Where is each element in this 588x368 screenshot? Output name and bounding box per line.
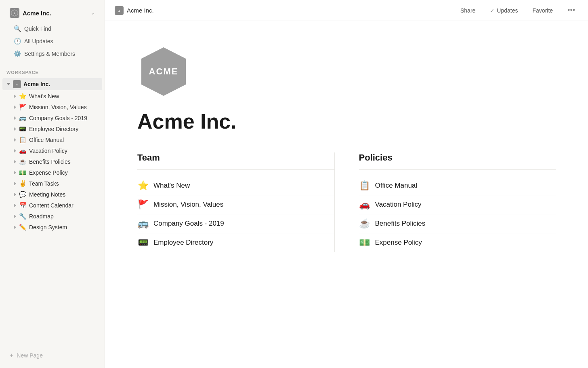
team-link-item-1[interactable]: 🚩 Mission, Vision, Values [137, 195, 334, 214]
tree-item-label-11: Roadmap [29, 213, 99, 220]
policy-items-list: 📋 Office Manual 🚗 Vacation Policy ☕ Bene… [359, 176, 556, 252]
team-column: Team ⭐ What's New 🚩 Mission, Vision, Val… [137, 152, 334, 252]
collapse-icon [6, 83, 10, 85]
sidebar-tree-item-12[interactable]: ✏️ Design System [2, 222, 102, 233]
updates-button[interactable]: ✓ Updates [487, 6, 521, 15]
topbar-title-area: A Acme Inc. [115, 6, 457, 15]
policy-link-item-1[interactable]: 🚗 Vacation Policy [359, 195, 556, 214]
sidebar-footer: + New Page [0, 346, 105, 368]
policy-link-emoji-3: 💵 [359, 237, 370, 248]
policy-link-label-0: Office Manual [375, 182, 418, 190]
sidebar-tree-item-11[interactable]: 🔧 Roadmap [2, 211, 102, 222]
policy-link-emoji-1: 🚗 [359, 199, 370, 210]
workspace-logo: A [10, 8, 19, 18]
policies-column-title: Policies [359, 152, 556, 163]
team-link-label-1: Mission, Vision, Values [153, 201, 223, 209]
quick-find-label: Quick Find [24, 25, 51, 32]
new-page-button[interactable]: + New Page [6, 349, 99, 362]
sidebar-tree-item-8[interactable]: ✌️ Team Tasks [2, 178, 102, 189]
team-divider [137, 169, 334, 170]
tree-item-emoji-4: 📋 [19, 136, 27, 144]
tree-item-label-3: Employee Directory [29, 126, 99, 132]
tree-item-arrow-9 [14, 192, 16, 197]
sidebar-tree-item-2[interactable]: 🚌 Company Goals - 2019 [2, 113, 102, 123]
policy-link-item-0[interactable]: 📋 Office Manual [359, 176, 556, 195]
tree-item-arrow-2 [14, 116, 16, 120]
topbar-logo: A [115, 6, 124, 15]
tree-item-emoji-6: ☕ [19, 158, 27, 165]
tree-item-label-4: Office Manual [29, 137, 99, 143]
policies-divider [359, 169, 556, 170]
topbar-page-title: Acme Inc. [127, 7, 154, 14]
main-area: A Acme Inc. Share ✓ Updates Favorite ••• [105, 0, 588, 368]
tree-item-label-2: Company Goals - 2019 [29, 115, 99, 121]
tree-item-emoji-9: 💬 [19, 191, 27, 198]
workspace-name: Acme Inc. [23, 10, 88, 17]
sidebar-tree-item-10[interactable]: 📅 Content Calendar [2, 200, 102, 211]
tree-item-emoji-1: 🚩 [19, 104, 27, 111]
all-updates-item[interactable]: 🕐 All Updates [8, 35, 97, 47]
workspace-section-label: WORKSPACE [0, 63, 105, 77]
sidebar-tree-item-7[interactable]: 💵 Expense Policy [2, 167, 102, 178]
tree-item-arrow-4 [14, 138, 16, 142]
tree-item-label-5: Vacation Policy [29, 148, 99, 154]
topbar: A Acme Inc. Share ✓ Updates Favorite ••• [105, 0, 588, 21]
sidebar-tree-item-6[interactable]: ☕ Benefits Policies [2, 157, 102, 167]
tree-item-emoji-0: ⭐ [19, 93, 27, 100]
sidebar-tree-item-5[interactable]: 🚗 Vacation Policy [2, 146, 102, 156]
tree-item-arrow-8 [14, 182, 16, 186]
quick-find-item[interactable]: 🔍 Quick Find [8, 23, 97, 35]
page-title: Acme Inc. [137, 110, 556, 133]
columns: Team ⭐ What's New 🚩 Mission, Vision, Val… [137, 152, 556, 252]
policy-link-emoji-0: 📋 [359, 180, 370, 191]
sidebar: A Acme Inc. ⌄ 🔍 Quick Find 🕐 All Updates… [0, 0, 105, 368]
tree-item-arrow-6 [14, 160, 16, 164]
sidebar-tree-item-3[interactable]: 📟 Employee Directory [2, 124, 102, 134]
share-label: Share [460, 7, 475, 14]
settings-item[interactable]: ⚙️ Settings & Members [8, 48, 97, 60]
team-link-item-0[interactable]: ⭐ What's New [137, 176, 334, 195]
sidebar-tree-item-9[interactable]: 💬 Meeting Notes [2, 189, 102, 200]
team-link-label-3: Employee Directory [153, 239, 213, 247]
sidebar-tree-item-1[interactable]: 🚩 Mission, Vision, Values [2, 102, 102, 112]
tree-item-label-1: Mission, Vision, Values [29, 104, 99, 110]
sidebar-tree-item-0[interactable]: ⭐ What's New [2, 91, 102, 102]
team-link-item-2[interactable]: 🚌 Company Goals - 2019 [137, 214, 334, 233]
svg-text:A: A [118, 9, 120, 12]
policy-link-item-3[interactable]: 💵 Expense Policy [359, 233, 556, 252]
tree-item-emoji-11: 🔧 [19, 213, 27, 220]
tree-item-label-0: What's New [29, 93, 99, 99]
tree-item-arrow-11 [14, 214, 16, 218]
sidebar-tree: ⭐ What's New 🚩 Mission, Vision, Values 🚌… [0, 91, 105, 233]
tree-item-arrow-7 [14, 171, 16, 175]
search-icon: 🔍 [14, 25, 21, 32]
team-link-label-2: Company Goals - 2019 [153, 220, 224, 228]
team-link-label-0: What's New [153, 182, 190, 190]
workspace-root-item[interactable]: A Acme Inc. [2, 78, 102, 90]
check-icon: ✓ [490, 7, 495, 14]
share-button[interactable]: Share [457, 6, 479, 15]
workspace-header[interactable]: A Acme Inc. ⌄ [6, 5, 99, 21]
sidebar-tree-item-4[interactable]: 📋 Office Manual [2, 135, 102, 145]
tree-item-emoji-5: 🚗 [19, 147, 27, 154]
favorite-button[interactable]: Favorite [529, 6, 556, 15]
tree-item-arrow-12 [14, 225, 16, 229]
tree-item-emoji-10: 📅 [19, 202, 27, 209]
svg-text:ACME: ACME [149, 66, 178, 76]
policy-link-label-3: Expense Policy [375, 239, 422, 247]
team-link-item-3[interactable]: 📟 Employee Directory [137, 233, 334, 252]
topbar-actions: Share ✓ Updates Favorite ••• [457, 4, 578, 16]
settings-label: Settings & Members [24, 51, 75, 57]
tree-item-label-10: Content Calendar [29, 202, 99, 209]
tree-item-arrow-1 [14, 105, 16, 109]
tree-item-arrow-10 [14, 203, 16, 207]
team-items-list: ⭐ What's New 🚩 Mission, Vision, Values 🚌… [137, 176, 334, 252]
tree-item-arrow-3 [14, 127, 16, 131]
tree-item-label-7: Expense Policy [29, 169, 99, 176]
tree-item-emoji-8: ✌️ [19, 180, 27, 187]
more-button[interactable]: ••• [564, 4, 578, 16]
workspace-chevron-icon: ⌄ [91, 10, 95, 16]
policy-link-item-2[interactable]: ☕ Benefits Policies [359, 214, 556, 233]
favorite-label: Favorite [533, 7, 553, 14]
new-page-label: New Page [17, 352, 43, 359]
